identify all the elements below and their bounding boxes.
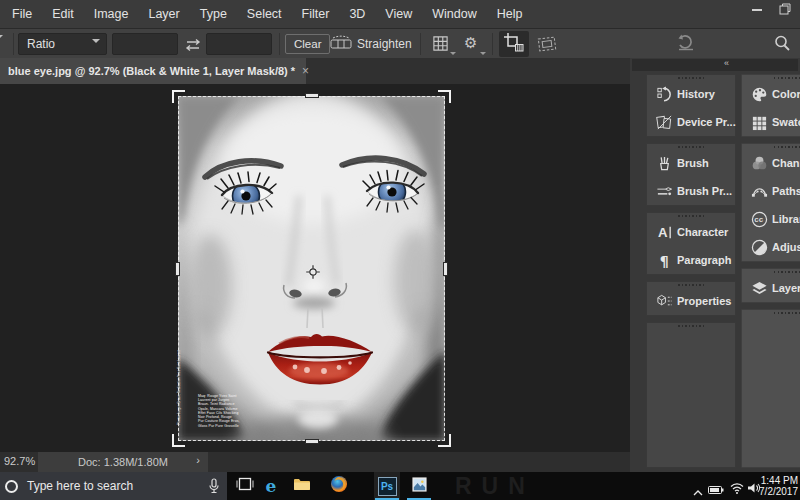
panel-group-empty	[646, 322, 736, 468]
content-aware-icon[interactable]	[536, 35, 558, 53]
document-tab-title: blue eye.jpg @ 92.7% (Black & White 1, L…	[8, 65, 295, 77]
file-explorer-button[interactable]	[289, 472, 315, 500]
swap-dimensions-icon[interactable]	[183, 37, 203, 53]
crop-handle-top-left[interactable]	[172, 90, 185, 103]
wifi-icon[interactable]	[730, 480, 744, 498]
firefox-button[interactable]	[326, 472, 352, 500]
crop-handle-right[interactable]	[443, 262, 448, 276]
edge-button[interactable]: e	[258, 472, 284, 500]
menu-item-window[interactable]: Window	[422, 0, 486, 28]
panel-button-label: Layers	[772, 282, 800, 294]
panel-button-libraries[interactable]: ccLibraries	[742, 205, 800, 233]
panel-button-brush-pr[interactable]: Brush Pr...	[647, 177, 735, 205]
libraries-icon: cc	[746, 210, 772, 228]
battery-icon[interactable]	[708, 481, 724, 499]
menu-items: FileEditImageLayerTypeSelectFilter3DView…	[2, 0, 532, 28]
tool-preset-chevron-icon[interactable]	[0, 39, 3, 57]
panel-button-color[interactable]: Color	[742, 80, 800, 108]
photos-button[interactable]	[406, 472, 432, 500]
photoshop-window: FileEditImageLayerTypeSelectFilter3DView…	[0, 0, 800, 500]
panel-button-channels[interactable]: Channels	[742, 149, 800, 177]
delete-cropped-pixels-toggle[interactable]	[499, 31, 529, 57]
panel-button-brush[interactable]: Brush	[647, 149, 735, 177]
menu-item-select[interactable]: Select	[237, 0, 292, 28]
crop-width-input[interactable]	[112, 33, 178, 55]
ratio-select[interactable]: Ratio	[18, 33, 107, 55]
straighten-label[interactable]: Straighten	[357, 37, 412, 51]
menu-item-help[interactable]: Help	[487, 0, 533, 28]
zoom-level-field[interactable]: 92.7%	[4, 455, 35, 467]
panel-button-history[interactable]: History	[647, 80, 735, 108]
crop-overlay-options-icon[interactable]	[432, 35, 449, 52]
panel-button-label: History	[677, 88, 715, 100]
search-placeholder: Type here to search	[27, 479, 133, 493]
microphone-icon[interactable]	[208, 478, 220, 498]
wallpaper-text: RUN	[455, 472, 535, 500]
panel-button-properties[interactable]: Properties	[647, 287, 735, 315]
panel-button-label: Paths	[772, 185, 800, 197]
reset-icon[interactable]	[676, 34, 696, 52]
image-document[interactable]: Maq: Rouge Yves SaintLaurent par JurgenB…	[178, 96, 445, 441]
menu-item-type[interactable]: Type	[190, 0, 237, 28]
close-icon[interactable]: ×	[302, 64, 309, 78]
clock-time: 1:44 PM	[758, 475, 798, 486]
clock-date: 7/2/2017	[758, 486, 798, 497]
panel-button-paths[interactable]: Paths	[742, 177, 800, 205]
tab-bar: blue eye.jpg @ 92.7% (Black & White 1, L…	[0, 58, 630, 84]
menu-item-view[interactable]: View	[375, 0, 422, 28]
panel-group: HistoryDevice Pr...	[646, 74, 736, 137]
panel-button-character[interactable]: ACharacter	[647, 218, 735, 246]
cortana-icon	[5, 480, 18, 493]
task-view-button[interactable]	[232, 472, 258, 500]
canvas-area[interactable]: Maq: Rouge Yves SaintLaurent par JurgenB…	[0, 84, 630, 452]
crop-trash-icon	[503, 32, 525, 56]
restore-button[interactable]	[774, 2, 796, 17]
panel-button-layers[interactable]: Layers	[742, 274, 800, 302]
gear-icon[interactable]: ⚙	[464, 34, 477, 52]
firefox-icon	[330, 475, 348, 497]
menu-item-layer[interactable]: Layer	[138, 0, 189, 28]
panel-button-swatches[interactable]: Swatches	[742, 108, 800, 136]
task-view-icon	[236, 476, 254, 496]
panel-group: ChannelsPathsccLibrariesAdjustments	[741, 143, 800, 262]
crop-handle-top-right[interactable]	[438, 90, 451, 103]
crop-handle-bottom-left[interactable]	[172, 434, 185, 447]
menu-item-filter[interactable]: Filter	[292, 0, 340, 28]
minimize-button[interactable]	[746, 2, 768, 17]
svg-text:cc: cc	[754, 215, 763, 224]
crop-handle-left[interactable]	[175, 262, 180, 276]
taskbar-clock[interactable]: 1:44 PM 7/2/2017	[758, 475, 798, 497]
crop-handle-top[interactable]	[305, 93, 319, 98]
menu-item-3d[interactable]: 3D	[339, 0, 375, 28]
menu-bar: FileEditImageLayerTypeSelectFilter3DView…	[0, 0, 800, 28]
swatches-icon	[746, 113, 772, 131]
document-tab[interactable]: blue eye.jpg @ 92.7% (Black & White 1, L…	[0, 58, 306, 84]
credit-line: Gloss Pur Pure Groseille	[198, 424, 240, 428]
panel-button-device-pr[interactable]: Device Pr...	[647, 108, 735, 136]
panel-button-label: Channels	[772, 157, 800, 169]
properties-icon	[651, 292, 677, 310]
status-expand-icon[interactable]: ›	[196, 454, 200, 466]
panel-button-paragraph[interactable]: ¶Paragraph	[647, 246, 735, 274]
menu-item-image[interactable]: Image	[84, 0, 139, 28]
menu-item-edit[interactable]: Edit	[42, 0, 84, 28]
brush-icon	[651, 154, 677, 172]
menu-item-file[interactable]: File	[2, 0, 42, 28]
tray-chevron-up-icon[interactable]	[693, 482, 703, 500]
paths-icon	[746, 182, 772, 200]
crop-height-input[interactable]	[206, 33, 272, 55]
doc-info-strip: Doc: 1.38M/1.80M ›	[38, 452, 208, 472]
photoshop-button[interactable]: Ps	[374, 472, 400, 500]
taskbar-search-box[interactable]: Type here to search	[0, 472, 227, 500]
straighten-level-icon[interactable]	[330, 35, 352, 51]
panel-button-label: Brush Pr...	[677, 185, 732, 197]
clear-button[interactable]: Clear	[285, 34, 330, 54]
crop-center-pivot[interactable]	[305, 264, 321, 280]
panel-button-adjustments[interactable]: Adjustments	[742, 233, 800, 261]
collapse-panels-icon[interactable]: «	[724, 58, 729, 68]
search-icon[interactable]	[773, 34, 791, 52]
crop-handle-bottom-right[interactable]	[438, 434, 451, 447]
divider	[420, 33, 421, 55]
crop-handle-bottom[interactable]	[305, 439, 319, 444]
color-icon	[746, 85, 772, 103]
